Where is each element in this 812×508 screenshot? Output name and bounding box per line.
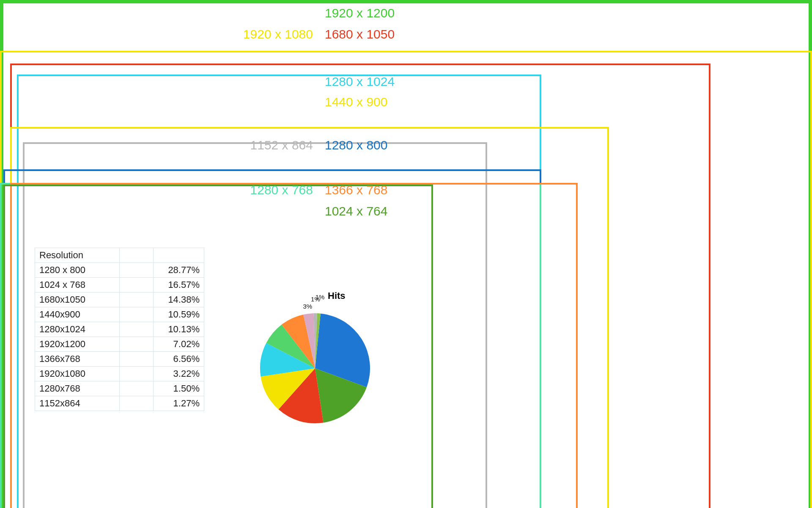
table-row: 1680x105014.38% [35,293,204,307]
res-label: 1920 x 1080 [243,27,313,41]
table-row: 1440x90010.59% [35,307,204,322]
res-label: 812 x 508 [325,6,395,20]
res-label: 1680 x 1050 [325,27,395,41]
table-row: 1280 x 80028.77% [35,263,204,278]
pie-slice-label: 29% [337,347,349,354]
table-row: 1920x10803.22% [35,367,204,381]
pie-slice-label: 7% [281,340,290,347]
res-label: 1440 x 900 [325,95,387,109]
res-label: 1280 x 768 [250,183,313,197]
table-row: 1152x8641.27% [35,396,204,411]
pie-slice-label: 17% [330,391,343,398]
pie-slice-label: 14% [299,398,312,405]
table-row: 1920x12007.02% [35,337,204,352]
resolution-diagram: 1920 x 12001680 x 10501920 x 10801280 x … [0,0,812,508]
pie-slice-label: 7% [291,322,300,329]
pie-slice-label: 1% [315,293,325,301]
pie-slice-label: 10% [275,359,288,366]
table-row: 1024 x 76816.57% [35,278,204,293]
table-row: 1366x7686.56% [35,352,204,367]
res-label: 1024 x 764 [325,204,387,218]
res-label: 1280 x 800 [325,138,387,152]
res-label: 1152 x 864 [250,138,313,152]
res-label: 1280 x 1024 [325,75,395,89]
pie-title: Hits [328,290,346,301]
pie-slice-label: 11% [279,381,291,388]
resolution-table: Resolution1280 x 80028.77%1024 x 76816.5… [35,248,204,411]
res-label: 1366 x 768 [325,183,387,197]
pie-slice-label: 3% [303,302,312,309]
table-row: 1280x102410.13% [35,322,204,337]
table-header: Resolution [35,248,120,263]
table-row: 1280x7681.50% [35,381,204,396]
